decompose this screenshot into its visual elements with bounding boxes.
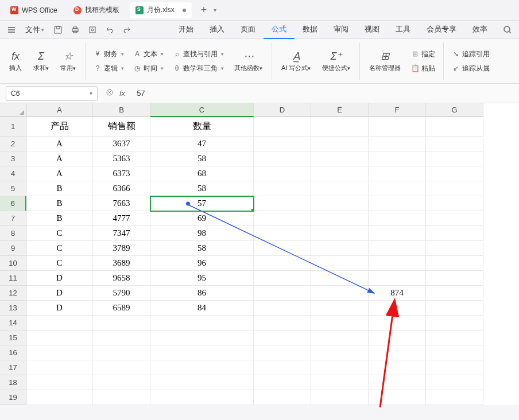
cell[interactable]: C — [26, 241, 93, 256]
cell[interactable] — [426, 301, 483, 316]
cell[interactable]: 95 — [150, 271, 254, 286]
cell[interactable] — [254, 137, 311, 151]
cell[interactable]: C — [26, 226, 93, 241]
cell[interactable]: 7663 — [93, 196, 150, 211]
lookup-button[interactable]: ⌕查找与引用▾ — [171, 48, 226, 60]
cell[interactable] — [254, 166, 311, 181]
cell[interactable]: D — [26, 301, 93, 316]
cell[interactable] — [254, 117, 311, 137]
cell[interactable]: 58 — [150, 241, 254, 256]
cell[interactable] — [369, 166, 426, 181]
row-header[interactable]: 4 — [0, 166, 26, 181]
cell[interactable] — [93, 345, 150, 360]
cell[interactable] — [311, 330, 369, 345]
assign-button[interactable]: ⊟指定 — [409, 48, 437, 60]
cell[interactable] — [254, 301, 311, 316]
cell[interactable] — [26, 360, 93, 375]
cell[interactable] — [426, 151, 483, 166]
menu-tab-page[interactable]: 页面 — [233, 21, 264, 39]
cell[interactable] — [311, 375, 369, 390]
cell[interactable]: 6366 — [93, 181, 150, 196]
add-tab-button[interactable]: + — [196, 4, 212, 16]
cell[interactable] — [254, 151, 311, 166]
row-header[interactable]: 7 — [0, 211, 26, 226]
app-tab-file[interactable]: 月份.xlsx — [130, 2, 192, 18]
select-all-corner[interactable] — [0, 103, 26, 117]
trace-dependents-button[interactable]: ↙追踪从属 — [450, 63, 492, 75]
cell[interactable] — [369, 117, 426, 137]
cell[interactable]: 产品 — [26, 117, 93, 137]
cell[interactable] — [369, 196, 426, 211]
cell[interactable] — [426, 166, 483, 181]
cell[interactable] — [254, 375, 311, 390]
cell[interactable] — [254, 211, 311, 226]
cell[interactable] — [150, 360, 254, 375]
cell[interactable]: 86 — [150, 286, 254, 301]
cell[interactable] — [93, 316, 150, 330]
cell[interactable]: 96 — [150, 256, 254, 271]
cell[interactable]: 98 — [150, 226, 254, 241]
cell[interactable] — [369, 211, 426, 226]
cell[interactable]: 58 — [150, 151, 254, 166]
cell[interactable] — [311, 256, 369, 271]
app-tab-template[interactable]: 找稻壳模板 — [68, 2, 125, 18]
cell[interactable] — [93, 360, 150, 375]
cell[interactable] — [369, 271, 426, 286]
time-button[interactable]: ◷时间▾ — [131, 63, 166, 75]
cell[interactable]: C — [26, 256, 93, 271]
common-button[interactable]: ☆ 常用▾ — [57, 48, 79, 75]
cell[interactable] — [311, 301, 369, 316]
cell[interactable]: A — [26, 166, 93, 181]
app-menu-button[interactable] — [3, 22, 20, 37]
cell[interactable] — [26, 345, 93, 360]
row-header[interactable]: 19 — [0, 390, 26, 405]
cell[interactable]: D — [26, 286, 93, 301]
menu-tab-insert[interactable]: 插入 — [202, 21, 233, 39]
cell[interactable]: 数量 — [150, 117, 254, 137]
cell[interactable]: 9658 — [93, 271, 150, 286]
math-button[interactable]: θ数学和三角▾ — [171, 63, 226, 75]
cell[interactable] — [311, 181, 369, 196]
col-header-E[interactable]: E — [311, 103, 369, 117]
cell[interactable] — [311, 226, 369, 241]
cell[interactable] — [150, 345, 254, 360]
search-button[interactable] — [499, 22, 516, 37]
cell[interactable] — [311, 117, 369, 137]
app-tab-wps[interactable]: WPS Office — [5, 2, 63, 18]
col-header-A[interactable]: A — [26, 103, 93, 117]
print-button[interactable] — [67, 22, 83, 37]
cell[interactable] — [311, 137, 369, 151]
cell[interactable] — [150, 330, 254, 345]
cell[interactable] — [311, 360, 369, 375]
cell[interactable]: 3689 — [93, 256, 150, 271]
cell[interactable] — [254, 360, 311, 375]
col-header-G[interactable]: G — [426, 103, 483, 117]
cell[interactable] — [369, 256, 426, 271]
row-header[interactable]: 17 — [0, 360, 26, 375]
cell[interactable] — [254, 330, 311, 345]
cell[interactable] — [150, 316, 254, 330]
menu-tab-data[interactable]: 数据 — [295, 21, 326, 39]
other-functions-button[interactable]: ⋯ 其他函数▾ — [231, 48, 266, 75]
redo-button[interactable] — [119, 22, 135, 37]
quick-formula-button[interactable]: Σ⁺ 便捷公式▾ — [319, 48, 354, 75]
cell[interactable]: B — [26, 181, 93, 196]
cell[interactable]: 69 — [150, 211, 254, 226]
cell[interactable]: 57 — [150, 196, 254, 211]
cell[interactable] — [426, 256, 483, 271]
formula-cancel-button[interactable] — [106, 88, 114, 98]
name-box[interactable]: C6 ▾ — [6, 86, 98, 101]
menu-tab-efficiency[interactable]: 效率 — [464, 21, 495, 39]
row-header[interactable]: 10 — [0, 256, 26, 271]
paste-name-button[interactable]: 📋粘贴 — [409, 63, 437, 75]
cell[interactable]: 68 — [150, 166, 254, 181]
cell[interactable]: 47 — [150, 137, 254, 151]
cell[interactable] — [426, 181, 483, 196]
cell[interactable] — [426, 286, 483, 301]
add-tab-caret-icon[interactable]: ▾ — [214, 7, 216, 13]
cell[interactable]: 3789 — [93, 241, 150, 256]
cell[interactable] — [311, 271, 369, 286]
row-header[interactable]: 14 — [0, 316, 26, 330]
formula-input[interactable] — [133, 86, 513, 101]
row-header[interactable]: 6 — [0, 196, 26, 211]
